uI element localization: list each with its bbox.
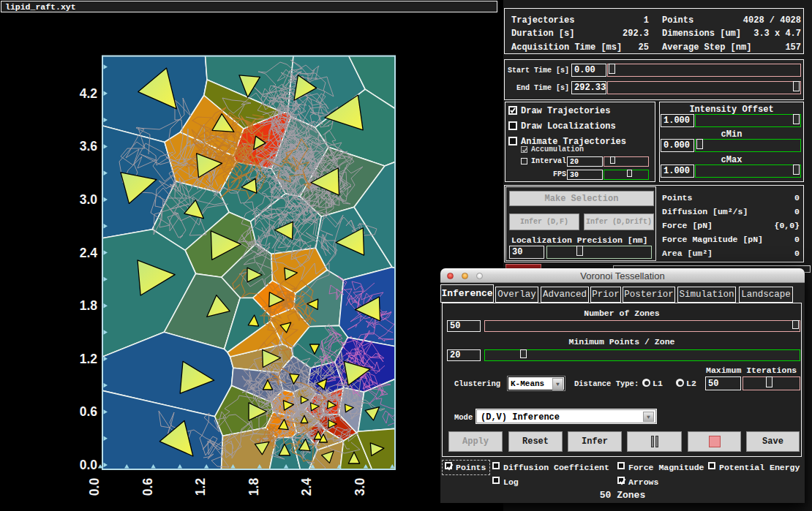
svg-text:1.8: 1.8: [247, 478, 261, 496]
svg-text:0.6: 0.6: [80, 404, 98, 419]
svg-text:0.0: 0.0: [87, 478, 102, 496]
svg-text:4.2: 4.2: [80, 86, 98, 101]
svg-text:0.0: 0.0: [80, 458, 98, 472]
svg-text:2.4: 2.4: [80, 246, 98, 260]
svg-text:2.4: 2.4: [299, 478, 314, 496]
svg-text:1.2: 1.2: [80, 352, 98, 366]
svg-text:1.8: 1.8: [80, 298, 98, 313]
svg-text:3.0: 3.0: [353, 478, 367, 496]
svg-text:1.2: 1.2: [193, 478, 208, 496]
svg-text:3.6: 3.6: [80, 139, 98, 154]
svg-text:0.6: 0.6: [140, 478, 155, 496]
svg-text:3.0: 3.0: [80, 192, 98, 207]
